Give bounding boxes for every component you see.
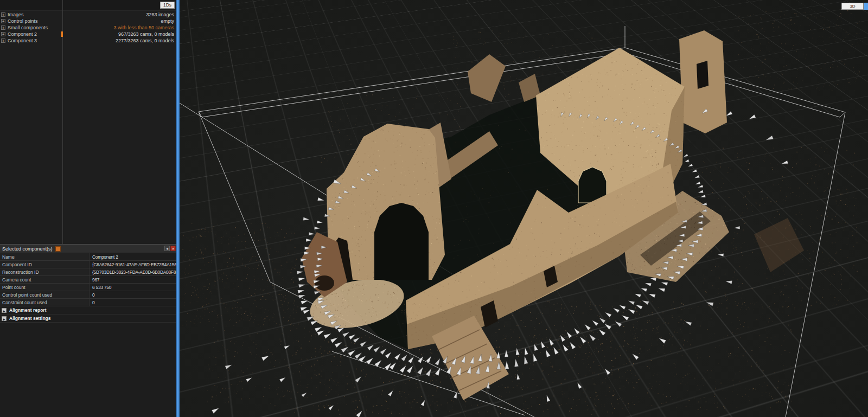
section-expand-icon[interactable]: ▸	[2, 308, 7, 313]
property-value: {5D703D1B-3823-4FDA-AE0D-6B0DA08F84...	[90, 268, 176, 275]
expander-icon[interactable]: +	[1, 39, 5, 43]
project-tree: + Images 3263 images + Control points em…	[0, 11, 176, 44]
tree-item-images[interactable]: + Images 3263 images	[0, 11, 176, 18]
property-row-constraint-count[interactable]: Constraint count used 0	[0, 299, 176, 306]
selected-component-panel: Selected component(s) ◂ × Name Component…	[0, 244, 176, 417]
expander-icon[interactable]: +	[1, 32, 5, 36]
property-label: Component ID	[0, 261, 90, 268]
property-label: Control point count used	[0, 291, 90, 298]
close-panel-icon[interactable]: ×	[170, 246, 176, 251]
property-label: Reconstruction ID	[0, 268, 90, 275]
property-label: Name	[0, 253, 90, 260]
tree-item-label: Images	[8, 12, 24, 17]
property-row-reconstruction-id[interactable]: Reconstruction ID {5D703D1B-3823-4FDA-AE…	[0, 268, 176, 276]
property-label: Camera count	[0, 276, 90, 283]
section-alignment-report[interactable]: ▸ Alignment report	[0, 306, 176, 315]
tree-item-label: Component 3	[8, 38, 37, 43]
property-row-point-count[interactable]: Point count 6 533 750	[0, 284, 176, 291]
property-value: 0	[90, 299, 176, 306]
selected-component-marker	[61, 31, 63, 37]
property-value: 6 533 750	[90, 284, 176, 291]
tree-item-value: 3263 images	[146, 12, 174, 17]
tree-item-component-3[interactable]: + Component 3 2277/3263 cams, 0 models	[0, 37, 176, 44]
ground-grid	[180, 0, 868, 417]
tree-item-value: empty	[161, 18, 174, 24]
property-row-control-point-count[interactable]: Control point count used 0	[0, 291, 176, 299]
section-label: Alignment report	[9, 307, 46, 313]
property-value[interactable]: Component 2	[90, 253, 176, 260]
collapse-panel-icon[interactable]: ◂	[164, 246, 170, 251]
tree-item-label: Small components	[8, 25, 48, 30]
tab-1ds[interactable]: 1Ds	[160, 2, 175, 9]
panel-splitter[interactable]	[176, 0, 180, 417]
tree-item-label: Component 2	[8, 31, 37, 37]
3d-viewport[interactable]	[180, 0, 868, 417]
expander-icon[interactable]: +	[1, 12, 5, 17]
panel-title: Selected component(s)	[2, 246, 53, 252]
property-label: Constraint count used	[0, 299, 90, 306]
tree-item-control-points[interactable]: + Control points empty	[0, 18, 176, 24]
tree-item-value: 967/3263 cams, 0 models	[118, 31, 174, 37]
property-value: {C6A62642-9161-47AE-AF6D-EB72B4A15672}	[90, 261, 176, 268]
panel-tabstrip	[0, 0, 176, 11]
property-row-name[interactable]: Name Component 2	[0, 253, 176, 261]
component-icon	[55, 246, 61, 252]
expander-icon[interactable]: +	[1, 25, 5, 30]
property-row-camera-count[interactable]: Camera count 967	[0, 276, 176, 284]
panel-header[interactable]: Selected component(s) ◂ ×	[0, 245, 176, 253]
property-value: 967	[90, 276, 176, 283]
property-value: 0	[90, 291, 176, 298]
tree-item-value-warning: 3 with less than 50 cameras	[113, 25, 174, 30]
expander-icon[interactable]: +	[1, 19, 5, 23]
section-expand-icon[interactable]: ▸	[2, 316, 7, 321]
section-alignment-settings[interactable]: ▸ Alignment settings	[0, 315, 176, 323]
tree-item-label: Control points	[8, 18, 38, 24]
tree-item-component-2[interactable]: + Component 2 967/3263 cams, 0 models	[0, 31, 176, 37]
property-row-component-id[interactable]: Component ID {C6A62642-9161-47AE-AF6D-EB…	[0, 261, 176, 268]
section-label: Alignment settings	[9, 316, 51, 321]
viewport-mode-tab[interactable]: 3D	[841, 3, 864, 10]
tree-item-small-components[interactable]: + Small components 3 with less than 50 c…	[0, 24, 176, 31]
viewport-mode-accent	[864, 3, 868, 10]
property-label: Point count	[0, 284, 90, 291]
tree-item-value: 2277/3263 cams, 0 models	[116, 38, 174, 43]
project-panel: 1Ds + Images 3263 images + Control point…	[0, 0, 176, 417]
